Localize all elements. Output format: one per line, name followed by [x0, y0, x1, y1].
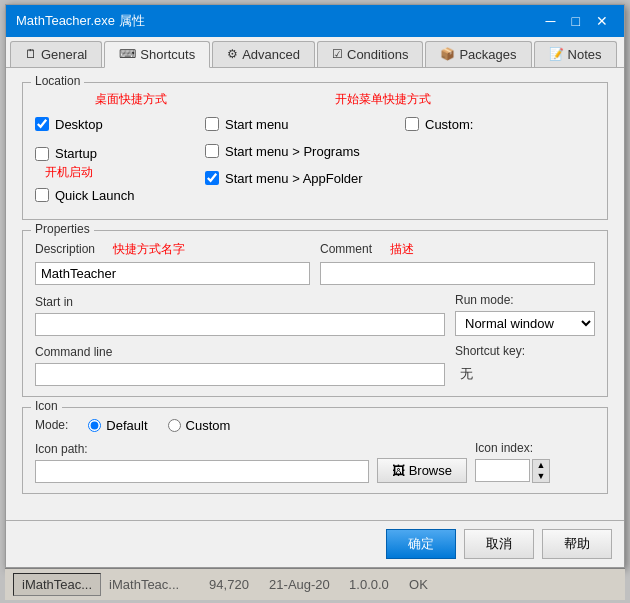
desktop-checkbox-row: Desktop: [35, 117, 205, 132]
taskbar-col-1: 94,720: [209, 577, 269, 592]
custom-checkbox[interactable]: [405, 117, 419, 131]
startup-checkbox[interactable]: [35, 147, 49, 161]
properties-label: Properties: [31, 222, 94, 236]
startmenu-programs-checkbox-row: Start menu > Programs: [205, 144, 405, 159]
description-input[interactable]: [35, 262, 310, 285]
tab-advanced-label: Advanced: [242, 47, 300, 62]
mode-row: Mode: Default Custom: [35, 418, 595, 433]
advanced-tab-icon: ⚙: [227, 47, 238, 61]
startmenu-checkbox[interactable]: [205, 117, 219, 131]
quicklaunch-checkbox[interactable]: [35, 188, 49, 202]
taskbar-item[interactable]: iMathTeac...: [13, 573, 101, 596]
tab-conditions[interactable]: ☑ Conditions: [317, 41, 423, 67]
startin-field-group: Start in: [35, 295, 445, 336]
desktop-label: Desktop: [55, 117, 103, 132]
tab-general-label: General: [41, 47, 87, 62]
startmenu-label: Start menu: [225, 117, 289, 132]
startmenu-annotation: 开始菜单快捷方式: [335, 91, 431, 108]
shortcutkey-field-group: Shortcut key: 无: [455, 344, 595, 386]
startmenu-appfolder-label: Start menu > AppFolder: [225, 171, 363, 186]
close-button[interactable]: ✕: [590, 11, 614, 31]
taskbar-item-label: iMathTeac...: [22, 577, 92, 592]
tab-advanced[interactable]: ⚙ Advanced: [212, 41, 315, 67]
iconindex-input[interactable]: 0: [475, 459, 530, 482]
spin-down-button[interactable]: ▼: [533, 471, 549, 482]
browse-label: Browse: [409, 463, 452, 478]
comment-field-group: Comment 描述: [320, 241, 595, 285]
location-label: Location: [31, 74, 84, 88]
startmenu-appfolder-checkbox-row: Start menu > AppFolder: [205, 171, 405, 186]
shortcuts-tab-icon: ⌨: [119, 47, 136, 61]
iconindex-label-text: Icon index:: [475, 441, 595, 455]
description-field-group: Description 快捷方式名字: [35, 241, 310, 285]
maximize-button[interactable]: □: [566, 11, 586, 31]
footer: 确定 取消 帮助: [6, 520, 624, 567]
tab-notes-label: Notes: [568, 47, 602, 62]
spin-arrows: ▲ ▼: [532, 459, 550, 483]
mode-default-label: Default: [106, 418, 147, 433]
commandline-field-group: Command line: [35, 345, 445, 386]
commandline-input[interactable]: [35, 363, 445, 386]
startup-label: Startup: [55, 146, 97, 161]
taskbar-cols: iMathTeac... 94,720 21-Aug-20 1.0.0.0 OK: [109, 577, 439, 592]
quicklaunch-checkbox-row: Quick Launch: [35, 188, 205, 203]
shortcutkey-value: 无: [455, 362, 595, 386]
window-title: MathTeacher.exe 属性: [16, 12, 145, 30]
comment-input[interactable]: [320, 262, 595, 285]
iconpath-input[interactable]: [35, 460, 369, 483]
tab-conditions-label: Conditions: [347, 47, 408, 62]
custom-checkbox-row: Custom:: [405, 117, 595, 132]
properties-section: Properties Description 快捷方式名字 Comment 描述: [22, 230, 608, 397]
main-window: MathTeacher.exe 属性 ─ □ ✕ 🗒 General ⌨ Sho…: [5, 4, 625, 568]
startin-label-text: Start in: [35, 295, 445, 309]
taskbar-col-3: 1.0.0.0: [349, 577, 409, 592]
iconpath-label-text: Icon path:: [35, 442, 369, 456]
quicklaunch-label: Quick Launch: [55, 188, 135, 203]
desktop-checkbox[interactable]: [35, 117, 49, 131]
startmenu-programs-checkbox[interactable]: [205, 144, 219, 158]
mode-default-group: Default: [88, 418, 147, 433]
conditions-tab-icon: ☑: [332, 47, 343, 61]
tab-packages[interactable]: 📦 Packages: [425, 41, 531, 67]
mode-custom-group: Custom: [168, 418, 231, 433]
iconindex-field-group: Icon index: 0 ▲ ▼: [475, 441, 595, 483]
description-annotation: 快捷方式名字: [113, 241, 185, 258]
tab-shortcuts[interactable]: ⌨ Shortcuts: [104, 41, 210, 68]
tab-general[interactable]: 🗒 General: [10, 41, 102, 67]
desktop-annotation: 桌面快捷方式: [95, 91, 167, 108]
commandline-label-text: Command line: [35, 345, 445, 359]
startup-annotation: 开机启动: [45, 164, 93, 181]
taskbar-col-2: 21-Aug-20: [269, 577, 349, 592]
mode-default-radio[interactable]: [88, 419, 101, 432]
general-tab-icon: 🗒: [25, 47, 37, 61]
mode-label-text: Mode:: [35, 418, 68, 432]
notes-tab-icon: 📝: [549, 47, 564, 61]
tab-content: Location 桌面快捷方式 开始菜单快捷方式 Desktop: [6, 68, 624, 520]
help-button[interactable]: 帮助: [542, 529, 612, 559]
taskbar-col-0: iMathTeac...: [109, 577, 209, 592]
custom-label: Custom:: [425, 117, 473, 132]
location-col1: Desktop Startup 开机启动 Quick Launch: [35, 117, 205, 209]
tab-packages-label: Packages: [459, 47, 516, 62]
browse-icon: 🖼: [392, 463, 405, 478]
mode-custom-radio[interactable]: [168, 419, 181, 432]
minimize-button[interactable]: ─: [540, 11, 562, 31]
startmenu-programs-label: Start menu > Programs: [225, 144, 360, 159]
iconindex-spinner: 0 ▲ ▼: [475, 459, 595, 483]
confirm-button[interactable]: 确定: [386, 529, 456, 559]
browse-button[interactable]: 🖼 Browse: [377, 458, 467, 483]
startmenu-checkbox-row: Start menu: [205, 117, 405, 132]
tab-notes[interactable]: 📝 Notes: [534, 41, 617, 67]
location-section: Location 桌面快捷方式 开始菜单快捷方式 Desktop: [22, 82, 608, 220]
startmenu-appfolder-checkbox[interactable]: [205, 171, 219, 185]
runmode-select[interactable]: Normal window Minimized Maximized: [455, 311, 595, 336]
comment-annotation: 描述: [390, 241, 414, 258]
iconpath-field-group: Icon path:: [35, 442, 369, 483]
spin-up-button[interactable]: ▲: [533, 460, 549, 471]
comment-label-text: Comment: [320, 242, 372, 256]
startup-checkbox-row: Startup: [35, 146, 97, 161]
taskbar: iMathTeac... iMathTeac... 94,720 21-Aug-…: [5, 568, 625, 600]
cancel-button[interactable]: 取消: [464, 529, 534, 559]
shortcutkey-label-text: Shortcut key:: [455, 344, 595, 358]
startin-input[interactable]: [35, 313, 445, 336]
